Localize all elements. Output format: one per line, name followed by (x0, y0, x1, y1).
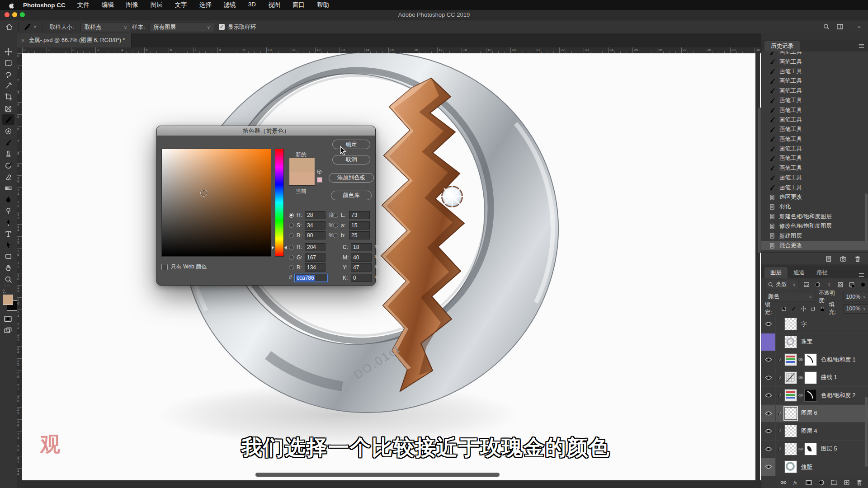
menu-选择[interactable]: 选择 (199, 1, 212, 9)
adjustment-thumbnail[interactable] (784, 371, 797, 384)
filter-toggle-icon[interactable] (860, 282, 866, 288)
lock-artboard-icon[interactable] (810, 306, 816, 312)
brush-tool[interactable] (2, 137, 14, 148)
group-icon[interactable] (830, 479, 838, 486)
frame-tool[interactable] (2, 103, 14, 114)
history-item[interactable]: 修改色相/饱和度图层 (761, 221, 868, 231)
color-field-selection-ring[interactable] (201, 190, 207, 196)
history-scrollbar-thumb[interactable] (865, 193, 868, 245)
mask-link-icon[interactable] (798, 393, 803, 398)
color-value-input[interactable]: 25 (349, 231, 370, 239)
layer-mask-thumbnail[interactable] (804, 353, 817, 366)
sample-size-dropdown[interactable]: 取样点∨ (80, 22, 131, 32)
history-item[interactable]: 羽化 (761, 202, 868, 211)
color-value-input[interactable]: 80 (305, 231, 326, 239)
marquee-tool[interactable] (2, 57, 14, 68)
tool-preset-chevron-icon[interactable]: ∨ (33, 24, 37, 29)
layer-visibility-eye-icon[interactable] (761, 387, 776, 404)
layer-thumbnail[interactable] (784, 443, 797, 455)
history-item[interactable]: 画笔工具 (761, 76, 868, 86)
history-item[interactable]: 画笔工具 (761, 135, 868, 144)
horizontal-scrollbar[interactable] (255, 473, 500, 477)
history-item[interactable]: 画笔工具 (761, 173, 868, 183)
layer-name[interactable]: 色相/饱和度 2 (821, 392, 855, 399)
layer-thumbnail[interactable] (784, 336, 797, 348)
link-layers-icon[interactable] (780, 479, 787, 486)
layer-thumbnail[interactable] (784, 407, 797, 420)
layer-row[interactable]: 字 (761, 315, 868, 333)
history-item[interactable]: 画笔工具 (761, 52, 868, 57)
layer-visibility-eye-icon[interactable] (761, 369, 776, 387)
hex-input[interactable]: cca786 (294, 274, 328, 282)
history-item[interactable]: 画笔工具 (761, 183, 868, 192)
color-value-input[interactable]: 40 (351, 253, 372, 262)
crop-tool[interactable] (2, 92, 14, 103)
menu-帮助[interactable]: 帮助 (317, 1, 329, 9)
layer-visibility-eye-icon[interactable] (761, 441, 776, 458)
layer-thumbnail[interactable] (784, 318, 797, 330)
history-item[interactable]: 画笔工具 (761, 67, 868, 76)
history-item[interactable]: 新建图层 (761, 231, 868, 240)
tab-通道[interactable]: 通道 (788, 267, 811, 278)
hue-slider-left-arrow-icon[interactable] (272, 246, 274, 249)
menu-窗口[interactable]: 窗口 (292, 1, 305, 9)
layer-thumbnail[interactable] (784, 425, 797, 437)
menu-3D[interactable]: 3D (248, 1, 256, 9)
layer-visibility-eye-icon[interactable] (761, 422, 776, 440)
trash-icon[interactable] (854, 255, 868, 263)
eyedropper-tool-icon[interactable] (24, 23, 31, 31)
tab-图层[interactable]: 图层 (764, 267, 788, 278)
history-item[interactable]: 选区更改 (761, 192, 868, 202)
layer-visibility-eye-icon[interactable] (761, 405, 776, 422)
type-filter-icon[interactable] (826, 282, 832, 288)
mask-link-icon[interactable] (798, 357, 803, 362)
shape-filter-icon[interactable] (837, 282, 844, 288)
heal-tool[interactable] (2, 126, 14, 136)
arrow-tool[interactable] (2, 239, 14, 250)
color-value-input[interactable]: 167 (305, 253, 326, 262)
color-component-radio[interactable] (289, 233, 294, 238)
ok-button[interactable]: 确定 (332, 140, 370, 149)
layer-name[interactable]: 曲线 1 (821, 374, 837, 381)
color-component-radio[interactable] (289, 245, 294, 250)
vertical-scrollbar[interactable] (755, 53, 760, 480)
new-layer-icon[interactable] (843, 479, 850, 486)
pixel-filter-icon[interactable] (803, 282, 810, 288)
color-component-radio[interactable] (333, 213, 338, 218)
close-document-icon[interactable]: × (21, 37, 25, 44)
web-colors-only-checkbox-row[interactable]: 只有 Web 颜色 (161, 263, 207, 271)
fx-icon[interactable] (793, 479, 800, 486)
layer-row[interactable]: 图层 5 (761, 441, 868, 459)
eyedropper-tool[interactable] (2, 114, 14, 125)
gamut-warning-cube-icon[interactable] (317, 169, 322, 174)
color-component-radio[interactable] (333, 223, 338, 228)
color-component-radio[interactable] (289, 255, 294, 260)
layer-name[interactable]: 图层 4 (801, 427, 817, 435)
add-to-swatches-button[interactable]: 添加到色板 (329, 173, 374, 183)
document-canvas[interactable]: DO.01ct 拾色器（前景色） 新的 当前 确定 取消 添加到色板 (22, 53, 761, 480)
home-icon[interactable] (5, 23, 13, 31)
mask-link-icon[interactable] (798, 446, 803, 452)
color-value-input[interactable]: 0 (351, 274, 372, 282)
fill-value[interactable]: 100%∨ (843, 304, 868, 314)
delete-layer-icon[interactable] (856, 479, 863, 486)
history-panel-tab[interactable]: 历史记录 (764, 41, 800, 52)
add-adjustment-icon[interactable] (818, 479, 825, 486)
history-item[interactable]: 新建色相/饱和度图层 (761, 212, 868, 221)
layer-row[interactable]: 珠宝 (761, 333, 868, 352)
layer-row[interactable]: 色相/饱和度 1 (761, 351, 868, 369)
menu-图层[interactable]: 图层 (151, 1, 163, 9)
layer-name[interactable]: 珠宝 (801, 338, 812, 346)
menu-文件[interactable]: 文件 (77, 1, 90, 9)
color-value-input[interactable]: 47 (351, 263, 372, 272)
show-sampling-ring-checkbox[interactable]: ✓ (219, 24, 225, 30)
stamp-tool[interactable] (2, 149, 14, 160)
apple-menu-icon[interactable] (9, 2, 15, 9)
lock-all-icon[interactable] (820, 306, 825, 312)
layer-row[interactable]: 修脏 (761, 458, 868, 476)
sample-dropdown[interactable]: 所有图层∨ (149, 22, 214, 32)
menu-滤镜[interactable]: 滤镜 (224, 1, 236, 9)
layer-visibility-eye-icon[interactable] (761, 333, 776, 351)
document-tab[interactable]: × 金属-.psd @ 66.7% (图层 6, RGB/8*) * (17, 33, 132, 47)
layer-visibility-eye-icon[interactable] (761, 315, 776, 333)
